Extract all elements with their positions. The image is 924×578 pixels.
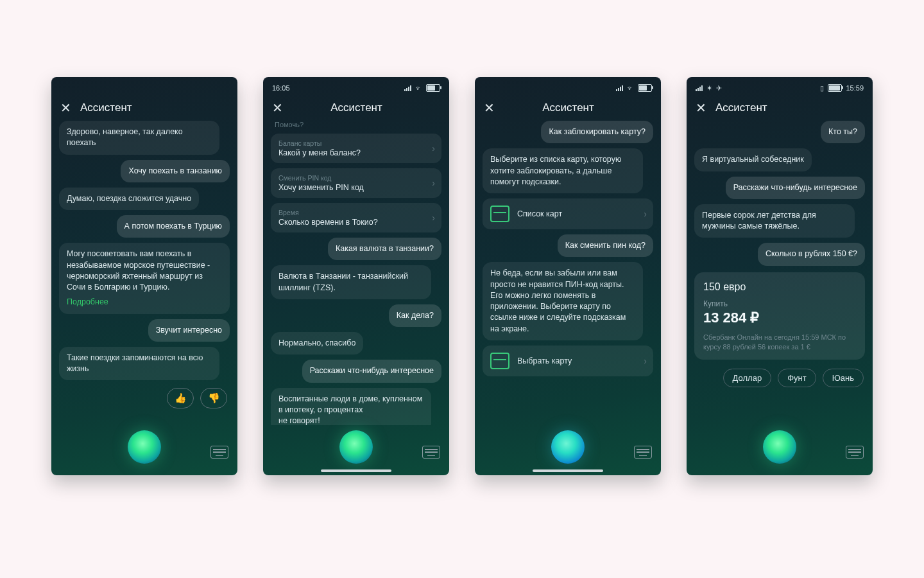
title-bar: ✕ Ассистент bbox=[51, 96, 237, 121]
battery-icon bbox=[426, 84, 440, 92]
cards-icon bbox=[490, 206, 509, 222]
status-icons-right: ▯ 15:59 bbox=[820, 84, 864, 92]
footer bbox=[51, 425, 237, 475]
status-bar bbox=[51, 77, 237, 96]
assistant-msg: Первые сорок лет детства для мужчины сам… bbox=[694, 204, 855, 238]
screen-title: Ассистент bbox=[330, 101, 382, 114]
chat-scroll[interactable]: Как заблокировать карту? Выберите из спи… bbox=[475, 121, 661, 425]
send-icon: ✈ bbox=[716, 84, 722, 92]
chat-scroll[interactable]: Здорово, наверное, так далеко поехать Хо… bbox=[51, 121, 237, 425]
phone-1: ✕ Ассистент Здорово, наверное, так далек… bbox=[51, 77, 237, 475]
user-msg: Сколько в рублях 150 €? bbox=[758, 243, 865, 265]
signal-icon bbox=[404, 85, 411, 91]
status-time: 15:59 bbox=[846, 84, 864, 92]
currency-amount: 13 284 ₽ bbox=[703, 310, 856, 326]
user-msg: Как заблокировать карту? bbox=[541, 121, 653, 143]
wifi-icon: ᯤ bbox=[415, 84, 422, 92]
card-list-action[interactable]: Список карт › bbox=[483, 198, 653, 229]
phone-2: 16:05 ᯤ ✕ Ассистент Помочь? Баланс карты… bbox=[263, 77, 449, 475]
signal-icon bbox=[696, 85, 703, 91]
chat-scroll[interactable]: Помочь? Баланс карты Какой у меня баланс… bbox=[263, 121, 449, 425]
suggestion-sub: Баланс карты bbox=[278, 139, 434, 147]
home-indicator bbox=[533, 469, 603, 472]
user-msg: Звучит интересно bbox=[148, 319, 230, 342]
assistant-msg-text: Могу посоветовать вам поехать в незабыва… bbox=[67, 249, 210, 292]
user-msg: Как сменить пин код? bbox=[558, 234, 653, 257]
currency-chips: Доллар Фунт Юань bbox=[694, 369, 865, 387]
currency-title: 150 евро bbox=[703, 281, 856, 293]
keyboard-icon[interactable] bbox=[210, 446, 228, 459]
feedback-row: 👍 👎 bbox=[59, 385, 230, 408]
assistant-msg: Я виртуальный собеседник bbox=[694, 148, 812, 171]
title-bar: ✕ Ассистент bbox=[263, 96, 449, 121]
action-label: Список карт bbox=[517, 209, 562, 218]
choose-card-action[interactable]: Выбрать карту › bbox=[483, 346, 653, 376]
keyboard-icon[interactable] bbox=[846, 446, 864, 459]
battery-icon bbox=[828, 84, 842, 92]
thumbs-up-button[interactable]: 👍 bbox=[167, 388, 194, 408]
suggestion-item[interactable]: Баланс карты Какой у меня баланс? › bbox=[271, 134, 441, 163]
keyboard-icon[interactable] bbox=[634, 446, 652, 459]
assistant-msg: Не беда, если вы забыли или вам просто н… bbox=[483, 262, 643, 340]
phone-4: ✶ ✈ ▯ 15:59 ✕ Ассистент Кто ты? Я виртуа… bbox=[687, 77, 873, 475]
close-icon[interactable]: ✕ bbox=[696, 101, 706, 114]
chat-scroll[interactable]: Кто ты? Я виртуальный собеседник Расскаж… bbox=[687, 121, 873, 425]
voice-orb-button[interactable] bbox=[763, 430, 796, 464]
assistant-msg: Нормально, спасибо bbox=[271, 332, 363, 355]
user-msg: Расскажи что-нибудь интересное bbox=[726, 177, 865, 199]
voice-orb-button[interactable] bbox=[339, 430, 373, 464]
home-indicator bbox=[321, 469, 391, 472]
status-bar: ✶ ✈ ▯ 15:59 bbox=[687, 77, 873, 96]
chip-dollar[interactable]: Доллар bbox=[723, 369, 772, 387]
chip-pound[interactable]: Фунт bbox=[778, 369, 816, 387]
user-msg: Расскажи что-нибудь интересное bbox=[302, 360, 441, 382]
details-link[interactable]: Подробнее bbox=[67, 297, 222, 308]
assistant-msg: Такие поездки запоминаются на всю жизнь bbox=[59, 347, 219, 381]
cards-icon bbox=[490, 353, 509, 369]
voice-orb-button[interactable] bbox=[128, 430, 161, 464]
user-msg: Как дела? bbox=[389, 304, 441, 327]
voice-orb-button[interactable] bbox=[551, 430, 585, 464]
screen-title: Ассистент bbox=[542, 101, 594, 114]
action-label: Выбрать карту bbox=[517, 356, 572, 365]
assistant-msg: Валюта в Танзании - танзанийский шиллинг… bbox=[271, 265, 431, 299]
suggestion-sub: Время bbox=[278, 209, 434, 216]
suggestion-item[interactable]: Сменить PIN код Хочу изменить PIN код › bbox=[271, 168, 441, 198]
chevron-right-icon: › bbox=[644, 356, 647, 366]
suggestion-main: Какой у меня баланс? bbox=[278, 148, 434, 157]
close-icon[interactable]: ✕ bbox=[272, 101, 283, 114]
assistant-msg: Здорово, наверное, так далеко поехать bbox=[59, 121, 219, 155]
showcase-row: ✕ Ассистент Здорово, наверное, так далек… bbox=[0, 0, 924, 552]
status-time: 16:05 bbox=[272, 84, 290, 92]
signal-icon bbox=[616, 85, 623, 91]
status-icons: ᯤ bbox=[616, 84, 652, 92]
currency-rate-fine: Сбербанк Онлайн на сегодня 15:59 МСК по … bbox=[703, 333, 856, 353]
status-bar: ᯤ bbox=[475, 77, 661, 96]
user-msg: А потом поехать в Турцию bbox=[117, 215, 230, 238]
hint-label: Помочь? bbox=[271, 121, 441, 128]
phone-3: ᯤ ✕ Ассистент Как заблокировать карту? В… bbox=[475, 77, 661, 475]
assistant-msg: Воспитанные люди в доме, купленном в ипо… bbox=[271, 388, 431, 426]
chevron-right-icon: › bbox=[432, 178, 435, 188]
close-icon[interactable]: ✕ bbox=[60, 101, 71, 114]
suggestion-item[interactable]: Время Сколько времени в Токио? › bbox=[271, 203, 441, 232]
battery-icon bbox=[638, 84, 652, 92]
assistant-msg: Думаю, поездка сложится удачно bbox=[59, 188, 199, 210]
suggestion-sub: Сменить PIN код bbox=[278, 174, 434, 182]
status-icons: ᯤ bbox=[404, 84, 440, 92]
vibrate-icon: ▯ bbox=[820, 84, 824, 92]
chevron-right-icon: › bbox=[644, 209, 647, 219]
chip-yuan[interactable]: Юань bbox=[823, 369, 864, 387]
currency-card[interactable]: 150 евро Купить 13 284 ₽ Сбербанк Онлайн… bbox=[694, 272, 865, 360]
thumbs-down-button[interactable]: 👎 bbox=[200, 388, 227, 408]
close-icon[interactable]: ✕ bbox=[484, 101, 495, 114]
screen-title: Ассистент bbox=[80, 101, 132, 114]
status-bar: 16:05 ᯤ bbox=[263, 77, 449, 96]
keyboard-icon[interactable] bbox=[422, 446, 440, 459]
user-msg: Какая валюта в танзании? bbox=[328, 238, 441, 260]
wifi-icon: ᯤ bbox=[627, 84, 634, 92]
assistant-msg: Выберите из списка карту, которую хотите… bbox=[483, 148, 643, 193]
chevron-right-icon: › bbox=[432, 213, 435, 223]
title-bar: ✕ Ассистент bbox=[475, 96, 661, 121]
bluetooth-icon: ✶ bbox=[706, 84, 712, 92]
